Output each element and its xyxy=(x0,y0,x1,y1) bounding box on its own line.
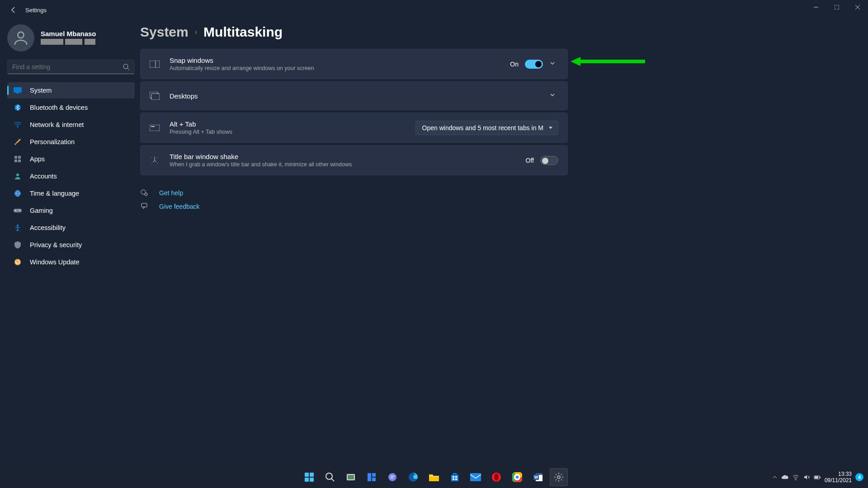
toggle-state-label: On xyxy=(510,61,519,68)
give-feedback-link[interactable]: Give feedback xyxy=(140,202,850,211)
sidebar-item-apps[interactable]: Apps xyxy=(7,151,135,167)
svg-point-56 xyxy=(494,474,499,481)
snap-icon xyxy=(150,61,160,68)
close-button[interactable] xyxy=(847,0,868,14)
svg-rect-54 xyxy=(470,473,481,481)
widgets-button[interactable] xyxy=(363,468,381,486)
svg-rect-50 xyxy=(453,476,454,478)
clock[interactable]: 13:33 09/11/2021 xyxy=(825,471,852,484)
shake-toggle[interactable] xyxy=(540,156,558,165)
svg-point-21 xyxy=(19,209,20,210)
sidebar-item-label: System xyxy=(30,87,52,94)
setting-title: Alt + Tab xyxy=(170,120,406,128)
window-controls xyxy=(806,0,868,14)
sidebar-item-label: Personalization xyxy=(30,138,75,145)
sidebar-item-gaming[interactable]: Gaming xyxy=(7,202,135,219)
chat-button[interactable] xyxy=(383,468,401,486)
tray-overflow-icon[interactable] xyxy=(772,474,778,480)
svg-rect-51 xyxy=(455,476,457,478)
mail-button[interactable] xyxy=(467,468,485,486)
svg-rect-7 xyxy=(14,87,22,93)
sidebar: Samuel Mbanaso SystemBluetooth & devices… xyxy=(0,20,140,466)
help-links: Get help Give feedback xyxy=(140,189,850,211)
word-button[interactable]: W xyxy=(529,468,547,486)
edge-button[interactable] xyxy=(404,468,422,486)
maximize-button[interactable] xyxy=(826,0,847,14)
svg-point-22 xyxy=(20,210,21,211)
svg-rect-45 xyxy=(372,478,376,481)
chrome-button[interactable] xyxy=(508,468,526,486)
svg-rect-28 xyxy=(151,94,160,100)
setting-title-bar-shake[interactable]: Title bar window shake When I grab a win… xyxy=(140,145,568,175)
access-icon xyxy=(14,224,22,232)
svg-rect-1 xyxy=(835,5,839,9)
back-button[interactable] xyxy=(5,1,23,19)
setting-snap-windows[interactable]: Snap windows Automatically resize and ar… xyxy=(140,49,568,79)
minimize-button[interactable] xyxy=(806,0,826,14)
svg-point-23 xyxy=(17,225,19,226)
sidebar-item-privacy-security[interactable]: Privacy & security xyxy=(7,237,135,253)
sidebar-item-bluetooth-devices[interactable]: Bluetooth & devices xyxy=(7,99,135,116)
user-profile[interactable]: Samuel Mbanaso xyxy=(7,24,135,52)
breadcrumb-parent[interactable]: System xyxy=(140,24,189,40)
get-help-link[interactable]: Get help xyxy=(140,189,850,197)
taskbar-center: W xyxy=(300,468,568,486)
snap-toggle[interactable] xyxy=(525,60,543,69)
notification-badge[interactable]: 4 xyxy=(855,473,863,481)
wifi-icon[interactable] xyxy=(792,474,799,481)
battery-icon[interactable] xyxy=(814,474,821,481)
expand-chevron[interactable] xyxy=(549,60,558,68)
title-bar: Settings xyxy=(0,0,868,20)
task-view-button[interactable] xyxy=(342,468,360,486)
sidebar-item-windows-update[interactable]: Windows Update xyxy=(7,254,135,270)
sidebar-item-personalization[interactable]: Personalization xyxy=(7,134,135,150)
svg-rect-15 xyxy=(18,160,21,162)
window-title: Settings xyxy=(25,7,47,14)
toggle-state-label: Off xyxy=(526,157,534,164)
start-button[interactable] xyxy=(300,468,318,486)
svg-point-5 xyxy=(123,64,128,69)
alt-tab-dropdown[interactable]: Open windows and 5 most recent tabs in M xyxy=(415,121,558,135)
setting-desktops[interactable]: Desktops xyxy=(140,81,568,110)
search-input[interactable] xyxy=(7,60,135,74)
svg-point-39 xyxy=(326,473,332,479)
sidebar-item-label: Time & language xyxy=(30,190,79,197)
profile-name: Samuel Mbanaso xyxy=(41,30,96,38)
wifi-icon xyxy=(14,121,22,129)
sidebar-item-label: Windows Update xyxy=(30,258,80,266)
svg-point-32 xyxy=(145,193,147,196)
svg-rect-44 xyxy=(372,473,376,477)
brush-icon xyxy=(14,138,22,146)
setting-title: Snap windows xyxy=(170,56,500,64)
sidebar-item-label: Accessibility xyxy=(30,224,66,231)
svg-point-16 xyxy=(16,174,19,176)
search-field[interactable] xyxy=(12,63,123,70)
sidebar-item-time-language[interactable]: Time & language xyxy=(7,185,135,202)
svg-rect-49 xyxy=(451,475,458,481)
system-tray: 13:33 09/11/2021 4 xyxy=(772,471,863,484)
expand-chevron[interactable] xyxy=(549,92,558,100)
opera-button[interactable] xyxy=(487,468,505,486)
setting-alt-tab[interactable]: Alt + Tab Pressing Alt + Tab shows Open … xyxy=(140,113,568,143)
store-button[interactable] xyxy=(446,468,464,486)
setting-title: Title bar window shake xyxy=(170,153,516,160)
sidebar-item-system[interactable]: System xyxy=(7,82,135,99)
svg-line-40 xyxy=(331,479,334,481)
nav-list: SystemBluetooth & devicesNetwork & inter… xyxy=(7,82,135,270)
onedrive-icon[interactable] xyxy=(781,474,788,481)
file-explorer-button[interactable] xyxy=(425,468,443,486)
search-button[interactable] xyxy=(321,468,339,486)
sidebar-item-accounts[interactable]: Accounts xyxy=(7,168,135,184)
svg-point-10 xyxy=(17,127,19,128)
shake-icon xyxy=(150,156,160,165)
volume-muted-icon[interactable] xyxy=(803,474,810,481)
search-icon xyxy=(123,63,130,70)
sidebar-item-accessibility[interactable]: Accessibility xyxy=(7,220,135,236)
svg-rect-29 xyxy=(150,125,160,131)
svg-rect-35 xyxy=(305,473,309,477)
sidebar-item-network-internet[interactable]: Network & internet xyxy=(7,117,135,133)
shield-icon xyxy=(14,241,22,249)
svg-rect-72 xyxy=(820,477,821,478)
settings-button[interactable] xyxy=(550,468,568,486)
svg-point-11 xyxy=(14,143,16,145)
